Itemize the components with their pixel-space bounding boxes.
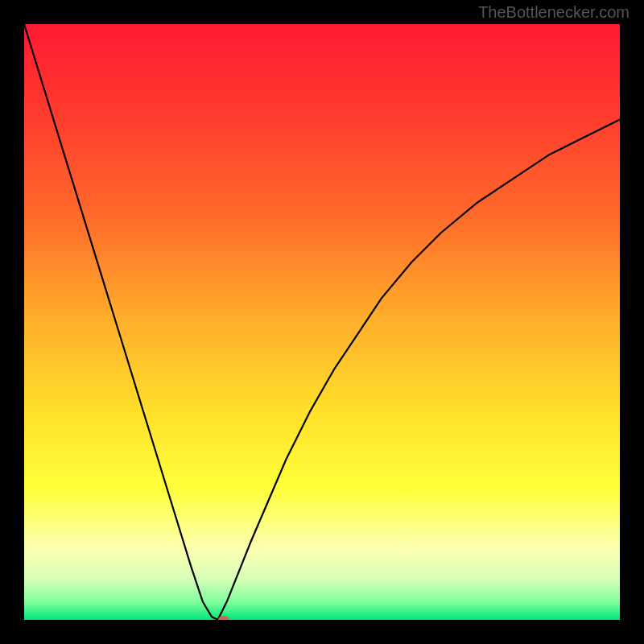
- chart-curve: [24, 24, 620, 620]
- watermark-text: TheBottlenecker.com: [478, 3, 630, 22]
- chart-plot-area: [24, 24, 620, 620]
- chart-minimum-marker: [218, 616, 229, 620]
